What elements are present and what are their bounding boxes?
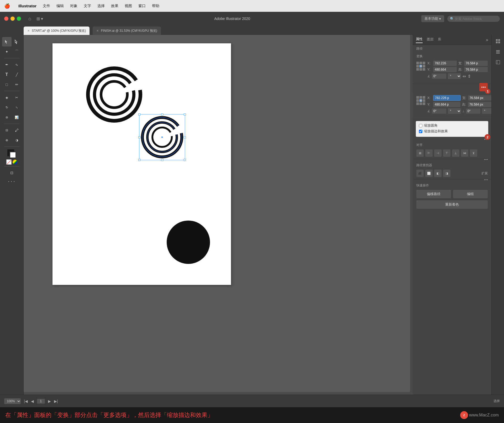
- zoom-select[interactable]: 100%: [4, 398, 21, 404]
- paint-bucket-tool[interactable]: ◑: [12, 135, 22, 145]
- fullscreen-button[interactable]: [17, 17, 21, 21]
- recolor-button[interactable]: 重新着色: [416, 200, 488, 209]
- menu-edit[interactable]: 编辑: [56, 4, 64, 8]
- menu-effect[interactable]: 效果: [111, 4, 118, 8]
- pathfinder-expand-button[interactable]: 扩展: [481, 171, 488, 176]
- color-icon[interactable]: [13, 160, 17, 164]
- properties-panel-icon[interactable]: [494, 58, 502, 66]
- panel-expand-icon[interactable]: »: [486, 38, 488, 42]
- handle-tr[interactable]: [184, 113, 186, 116]
- angle1-select[interactable]: °: [448, 73, 461, 79]
- none-swatch[interactable]: [6, 159, 12, 165]
- ref2-bc[interactable]: [419, 102, 422, 105]
- direct-selection-tool[interactable]: [12, 37, 22, 46]
- ref2-br[interactable]: [423, 102, 425, 105]
- artboard-tool[interactable]: ⊡: [7, 168, 17, 177]
- menu-select[interactable]: 选择: [97, 4, 105, 8]
- pathfinder-unite-icon[interactable]: ⬛: [416, 170, 424, 177]
- handle-tl[interactable]: [138, 113, 140, 116]
- layers-panel-icon[interactable]: [494, 48, 502, 56]
- nav-next-page[interactable]: ▶: [48, 399, 51, 403]
- gradient-tool[interactable]: ⊟: [2, 126, 12, 135]
- h1-input[interactable]: [464, 67, 488, 72]
- curvature-tool[interactable]: ∿: [12, 60, 22, 69]
- angle2-input[interactable]: [432, 108, 446, 114]
- checkbox-scale-corners[interactable]: [419, 124, 422, 127]
- ref2-tl[interactable]: [416, 96, 419, 99]
- ref2-bl[interactable]: [416, 102, 419, 105]
- w2-input[interactable]: [468, 95, 491, 101]
- ref-br[interactable]: [423, 68, 425, 71]
- tab-finish[interactable]: ✕ FINISH.ai @ 31.53% (CMYK/GPU 预览): [93, 27, 161, 35]
- handle-mr[interactable]: [184, 136, 186, 138]
- pathfinder-minus-front-icon[interactable]: ⬜: [425, 170, 433, 177]
- pen-tool[interactable]: ✒: [2, 60, 12, 69]
- menu-window[interactable]: 窗口: [138, 4, 146, 8]
- nav-prev-page[interactable]: ◀: [31, 399, 34, 403]
- minimize-button[interactable]: [10, 17, 15, 21]
- align-grid-icon[interactable]: ⊞: [416, 149, 424, 157]
- angle1-input[interactable]: [432, 74, 446, 79]
- selection-tool[interactable]: [2, 37, 12, 46]
- ref-tr[interactable]: [423, 62, 425, 64]
- rotate-tool[interactable]: ↻: [2, 103, 12, 112]
- skew-select[interactable]: °: [482, 108, 491, 114]
- workspace-grid-icon[interactable]: ⊞ ▾: [36, 16, 43, 21]
- pencil-tool[interactable]: ✏: [12, 80, 22, 89]
- rectangle-tool[interactable]: □: [2, 80, 12, 89]
- scissors-tool[interactable]: ✂: [12, 93, 22, 102]
- panel-tab-properties[interactable]: 属性: [416, 37, 423, 43]
- page-number-input[interactable]: [37, 399, 45, 404]
- bar-chart-tool[interactable]: 📊: [12, 113, 22, 122]
- scale-tool[interactable]: ⤡: [12, 103, 22, 112]
- x1-input[interactable]: [433, 61, 457, 66]
- align-more-button[interactable]: [484, 159, 488, 160]
- blend-tool[interactable]: ⊕: [2, 135, 12, 145]
- y1-input[interactable]: [433, 67, 457, 72]
- align-center-v-icon[interactable]: ⋈: [461, 149, 468, 157]
- lasso-tool[interactable]: ⌒: [12, 47, 22, 56]
- ref2-tc[interactable]: [419, 96, 422, 99]
- y2-input[interactable]: [433, 102, 460, 107]
- panel-tab-layers[interactable]: 图层: [427, 37, 434, 43]
- type-tool[interactable]: T: [2, 70, 12, 79]
- ref-bc[interactable]: [419, 68, 422, 71]
- eyedropper-tool[interactable]: 🖍: [12, 126, 22, 135]
- handle-br[interactable]: [184, 159, 186, 161]
- menu-help[interactable]: 帮助: [152, 4, 159, 8]
- canvas-area[interactable]: [24, 35, 413, 395]
- stock-search-input[interactable]: [447, 16, 500, 22]
- align-top-icon[interactable]: ⊥: [452, 149, 459, 157]
- ref2-mr[interactable]: [423, 99, 425, 102]
- cc-libraries-icon[interactable]: [494, 37, 502, 45]
- canvas-scrollbar-v[interactable]: [410, 35, 413, 395]
- warp-tool[interactable]: ⊛: [2, 113, 12, 122]
- menu-view[interactable]: 视图: [125, 4, 132, 8]
- tab-start[interactable]: ✕ START.ai* @ 100% (CMYK/GPU 预览): [24, 27, 90, 35]
- pathfinder-exclude-icon[interactable]: ◨: [443, 170, 450, 177]
- menu-file[interactable]: 文件: [43, 4, 50, 8]
- ref-ml[interactable]: [416, 65, 419, 67]
- ref-bl[interactable]: [416, 68, 419, 71]
- handle-bm[interactable]: [161, 159, 163, 161]
- stroke-swatch[interactable]: [9, 152, 16, 158]
- ref-mc[interactable]: [419, 65, 422, 67]
- align-right-icon[interactable]: ⊤: [443, 149, 450, 157]
- group-button[interactable]: 编组: [453, 190, 488, 198]
- nav-last-page[interactable]: ▶|: [54, 399, 58, 403]
- more-tools-indicator[interactable]: • • •: [8, 180, 15, 183]
- w1-input[interactable]: [464, 61, 488, 66]
- eraser-tool[interactable]: ◈: [2, 93, 12, 102]
- handle-bl[interactable]: [138, 159, 140, 161]
- align-center-h-icon[interactable]: ⊣: [434, 149, 442, 157]
- ref2-mc[interactable]: [419, 99, 422, 102]
- ref-tl[interactable]: [416, 62, 419, 64]
- ref-mr[interactable]: [423, 65, 425, 67]
- tab-close-finish[interactable]: ✕: [96, 29, 99, 33]
- pathfinder-intersect-icon[interactable]: ◧: [434, 170, 442, 177]
- panel-tab-library[interactable]: 库: [438, 37, 441, 43]
- home-icon[interactable]: ⌂: [28, 16, 31, 22]
- skew-input[interactable]: [466, 108, 480, 114]
- fill-stroke-swatches[interactable]: [7, 149, 16, 158]
- handle-tm[interactable]: [161, 113, 163, 116]
